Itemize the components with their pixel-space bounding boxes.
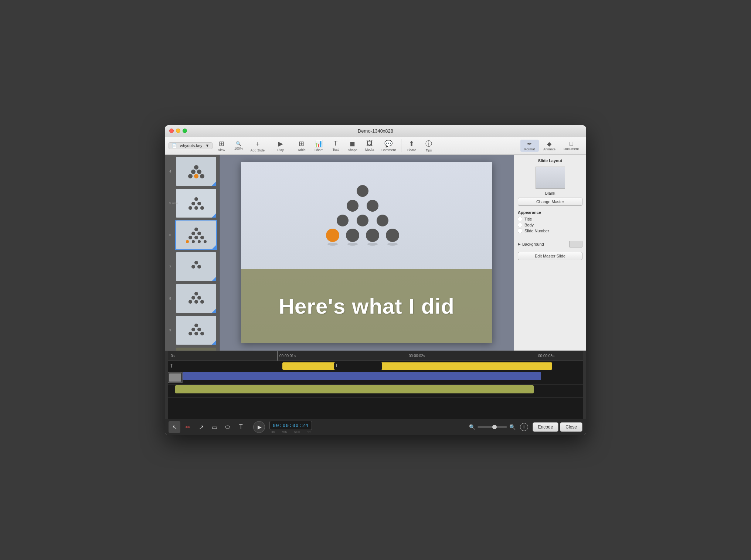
title-checkbox[interactable] <box>518 217 522 221</box>
document-button[interactable]: □ Document <box>560 140 582 152</box>
text-overlay[interactable]: Here's what I did <box>241 269 492 343</box>
zoom-out-icon[interactable]: 🔍 <box>469 424 475 430</box>
track-2 <box>168 371 583 385</box>
select-tool-button[interactable]: ↖ <box>169 421 180 433</box>
title-checkbox-label: Title <box>524 217 532 221</box>
animate-label: Animate <box>543 147 555 151</box>
background-disclosure[interactable]: ▶ Background <box>518 242 544 246</box>
edit-master-slide-button[interactable]: Edit Master Slide <box>518 252 582 260</box>
svg-point-68 <box>387 243 398 246</box>
info-button[interactable]: i <box>520 423 528 431</box>
close-button[interactable]: Close <box>560 422 582 432</box>
track-1: T T <box>168 361 583 371</box>
slide-number-checkbox[interactable] <box>518 229 522 233</box>
format-button[interactable]: ✒ Format <box>520 140 539 152</box>
slide-thumb-5[interactable]: 5 ○○○ <box>175 188 217 218</box>
track-1-label: T <box>168 363 175 369</box>
background-swatch[interactable] <box>569 241 582 247</box>
file-area[interactable]: 📄 whydots.key ▼ <box>169 142 213 149</box>
table-label: Table <box>298 148 306 152</box>
line-tool-button[interactable]: ↗ <box>195 421 207 433</box>
comment-button[interactable]: 💬 Comment <box>378 139 399 153</box>
slide-thumb-6[interactable]: 6 <box>175 220 217 250</box>
play-icon: ▶ <box>278 140 283 148</box>
main-window: Demo-1340x828 📄 whydots.key ▼ ⊞ View 🔍 1… <box>165 125 586 435</box>
tracks-wrapper: T T <box>168 361 583 398</box>
slide-thumb-4[interactable]: 4 <box>175 156 217 187</box>
svg-point-22 <box>194 261 198 264</box>
ruler-time-2: 00:00:02s <box>409 354 425 358</box>
shape-button[interactable]: ◼ Shape <box>344 139 361 153</box>
text-cursor-icon-2: T <box>335 363 338 368</box>
slide-thumb-9[interactable]: 9 <box>175 315 217 345</box>
bottom-toolbar: ↖ ✏ ↗ ▭ ⬭ T ▶ 00:00:00:24 HR MIN SEC <box>165 419 586 435</box>
animate-button[interactable]: ◆ Animate <box>540 140 559 152</box>
window-title: Demo-1340x828 <box>358 128 393 134</box>
zoom-button[interactable]: 🔍 100% <box>230 140 247 151</box>
disclosure-triangle-icon: ▶ <box>518 242 521 246</box>
slide-thumb-8[interactable]: 8 <box>175 283 217 314</box>
chart-button[interactable]: 📊 Chart <box>310 139 327 153</box>
svg-point-60 <box>377 215 388 226</box>
svg-point-33 <box>197 328 201 331</box>
timeline-playhead[interactable] <box>278 351 278 361</box>
svg-point-28 <box>188 300 192 304</box>
add-slide-label: Add Slide <box>250 148 265 152</box>
body-checkbox[interactable] <box>518 223 522 227</box>
track-3-content <box>175 385 583 397</box>
file-name: whydots.key <box>180 143 203 148</box>
svg-point-2 <box>197 170 201 174</box>
tips-button[interactable]: ⓘ Tips <box>421 139 437 153</box>
yellow-bar[interactable] <box>282 362 552 370</box>
timeline-scroll-right[interactable] <box>583 351 586 419</box>
black-bar[interactable] <box>334 362 382 370</box>
timeline-scroll-left[interactable] <box>165 351 168 419</box>
rectangle-tool-button[interactable]: ▭ <box>208 421 220 433</box>
play-button[interactable]: ▶ Play <box>272 139 289 153</box>
toolbar-sep-3 <box>401 139 401 152</box>
close-window-button[interactable] <box>169 129 174 133</box>
view-button[interactable]: ⊞ View <box>213 139 230 153</box>
document-icon: □ <box>570 140 573 147</box>
zoom-in-icon[interactable]: 🔍 <box>509 424 516 430</box>
canvas-area: Here's what I did <box>220 155 514 351</box>
slide-canvas[interactable]: Here's what I did <box>241 162 492 343</box>
track-2-content <box>183 371 583 384</box>
oval-tool-button[interactable]: ⬭ <box>222 421 234 433</box>
svg-point-6 <box>194 197 198 201</box>
change-master-button[interactable]: Change Master <box>518 198 582 206</box>
svg-point-64 <box>386 229 399 242</box>
blue-bar[interactable] <box>183 372 541 380</box>
media-button[interactable]: 🖼 Media <box>361 139 378 152</box>
share-icon: ⬆ <box>409 140 414 148</box>
shape-icon: ◼ <box>350 140 355 148</box>
minimize-window-button[interactable] <box>176 129 180 133</box>
slide-thumb-7[interactable]: 7 <box>175 252 217 282</box>
share-button[interactable]: ⬆ Share <box>404 139 420 153</box>
slide-thumb-10[interactable]: 10 <box>175 347 217 351</box>
olive-bar[interactable] <box>175 385 534 393</box>
text-tool-button[interactable]: T <box>235 421 247 433</box>
text-button[interactable]: T Text <box>327 139 344 152</box>
timeline-play-button[interactable]: ▶ <box>253 421 265 433</box>
encode-button[interactable]: Encode <box>533 422 559 432</box>
table-icon: ⊞ <box>299 140 304 148</box>
svg-point-32 <box>191 328 195 331</box>
view-label: View <box>218 148 225 152</box>
dots-graphic <box>322 184 403 251</box>
slide-number-7: 7 <box>169 265 171 269</box>
svg-point-3 <box>188 174 193 178</box>
svg-point-7 <box>191 202 195 205</box>
svg-point-30 <box>200 300 204 304</box>
fullscreen-window-button[interactable] <box>183 129 187 133</box>
svg-point-12 <box>194 228 198 231</box>
zoom-slider[interactable] <box>478 426 507 428</box>
select-arrow-icon: ↖ <box>172 424 177 431</box>
svg-point-26 <box>191 296 195 300</box>
add-slide-button[interactable]: ＋ Add Slide <box>247 139 268 153</box>
pen-tool-button[interactable]: ✏ <box>182 421 194 433</box>
svg-point-19 <box>192 240 195 243</box>
share-label: Share <box>407 148 416 152</box>
zoom-thumb[interactable] <box>492 425 497 429</box>
table-button[interactable]: ⊞ Table <box>293 139 310 153</box>
